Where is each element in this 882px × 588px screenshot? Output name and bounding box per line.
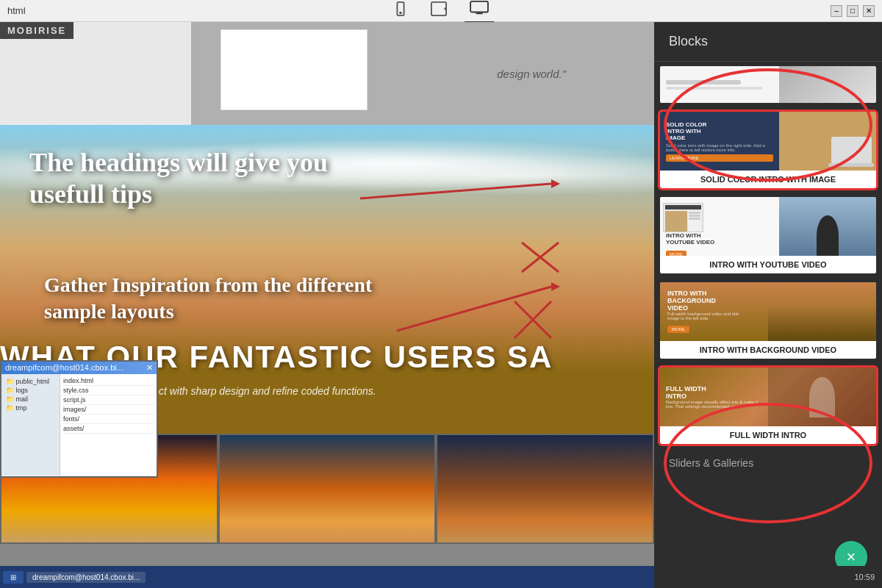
mini-nav [665, 205, 701, 209]
block-card-2[interactable]: INTRO WITHYOUTUBE VIDEO MORE INTRO WITH … [660, 197, 876, 273]
card-2-label: INTRO WITH YOUTUBE VIDEO [660, 256, 876, 273]
sliders-section-header: Sliders & Galleries [654, 448, 882, 473]
card-3-landscape [768, 306, 876, 341]
card-3-sub: Full-width background video and titleima… [667, 312, 739, 320]
thumb-2 [220, 435, 435, 542]
svg-rect-4 [470, 1, 488, 12]
fm-close[interactable]: ✕ [146, 363, 153, 373]
card-2-title: INTRO WITHYOUTUBE VIDEO [666, 232, 773, 245]
card-4-title: FULL WIDTHINTRO [666, 385, 762, 400]
block-card-3[interactable]: INTRO WITHBACKGROUNDVIDEO Full-width bac… [660, 282, 876, 359]
card-1-label: SOLID COLOR INTRO WITH IMAGE [660, 171, 876, 188]
fm-sidebar-item[interactable]: 📁 mail [4, 395, 57, 404]
taskbar-app-item[interactable]: dreampifcom@host014.cbox.bi... [26, 572, 146, 583]
card-3-label: INTRO WITH BACKGROUND VIDEO [660, 341, 876, 359]
blocks-panel: Blocks SOLID COLORINTRO WITHIMAGE Solid … [654, 22, 882, 588]
heading-1: The headings will give you usefull tips [29, 147, 397, 210]
canvas-area: MOBIRISE design world." The headings wil… [0, 22, 654, 588]
svg-line-14 [514, 301, 551, 338]
taskbar-right: 10:59 [654, 566, 882, 588]
svg-line-13 [514, 301, 551, 338]
card-1-text: Solid color intro with image on the righ… [666, 143, 773, 152]
mobile-view-button[interactable] [388, 0, 413, 22]
mini-line [689, 212, 700, 214]
card-1-laptop-base [828, 163, 874, 167]
mini-line [689, 218, 700, 220]
card-0-right [779, 66, 876, 103]
canvas-top-strip: MOBIRISE design world." [0, 22, 654, 125]
card-4-preview: FULL WIDTHINTRO Background image visuall… [660, 368, 876, 426]
card-1-laptop [831, 137, 872, 165]
brand-label: MOBIRISE [0, 22, 74, 39]
start-button[interactable]: ⊞ [3, 571, 24, 584]
fm-body: 📁 public_html 📁 logs 📁 mail 📁 tmp index.… [1, 374, 157, 476]
panel-title: Blocks [654, 22, 882, 62]
card-0-left [660, 66, 779, 103]
mini-right [688, 211, 701, 232]
maximize-button[interactable]: □ [847, 5, 858, 17]
tablet-view-button[interactable] [425, 0, 453, 22]
fm-sidebar-item[interactable]: 📁 logs [4, 386, 57, 395]
mini-left [665, 211, 687, 232]
device-switcher [388, 0, 494, 23]
card-2-bg [779, 197, 876, 256]
fm-file-row[interactable]: script.js [62, 395, 154, 405]
svg-point-1 [400, 12, 401, 14]
fm-file-row[interactable]: assets/ [62, 424, 154, 434]
card-3-btn: MORE [667, 326, 689, 333]
card-4-right [768, 368, 876, 426]
fm-sidebar: 📁 public_html 📁 logs 📁 mail 📁 tmp [1, 374, 60, 476]
card-4-sub: Background image visually affect site & … [666, 400, 762, 409]
card-1-right [779, 112, 876, 171]
mini-content [665, 211, 701, 232]
card-2-btn: MORE [666, 251, 686, 256]
minimize-button[interactable]: – [831, 5, 842, 17]
file-manager-window: dreampifcom@host014.cbox.bi... ✕ 📁 publi… [0, 360, 158, 478]
desktop-view-button[interactable] [465, 0, 494, 23]
svg-rect-2 [431, 2, 446, 15]
taskbar: ⊞ dreampifcom@host014.cbox.bi... [0, 566, 654, 588]
main-area: MOBIRISE design world." The headings wil… [0, 22, 882, 588]
title-filename: html [7, 5, 26, 16]
fm-sidebar-item[interactable]: 📁 public_html [4, 377, 57, 386]
card-1-preview: SOLID COLORINTRO WITHIMAGE Solid color i… [660, 112, 876, 171]
fm-file-row[interactable]: fonts/ [62, 415, 154, 424]
card-1-btn: LEARN MORE [666, 154, 773, 162]
fm-main-panel: index.html style.css script.js images/ f… [60, 374, 157, 476]
svg-marker-10 [551, 282, 560, 291]
thumb-3 [437, 435, 653, 542]
svg-line-9 [397, 287, 551, 331]
card-2-mini-screen [663, 203, 703, 232]
card-3-preview: INTRO WITHBACKGROUNDVIDEO Full-width bac… [660, 282, 876, 341]
card-4-label: FULL WIDTH INTRO [660, 426, 876, 444]
heading-2: Gather Inspiration from the different sa… [44, 272, 412, 326]
fm-title-text: dreampifcom@host014.cbox.bi... [5, 363, 123, 373]
card-1-title: SOLID COLORINTRO WITHIMAGE [666, 121, 773, 141]
title-bar: html – □ ✕ [0, 0, 882, 22]
taskbar-app-label: dreampifcom@host014.cbox.bi... [32, 573, 140, 581]
card-0-line1 [666, 80, 741, 85]
card-0-image [779, 66, 876, 103]
fm-file-row[interactable]: images/ [62, 405, 154, 415]
fm-file-row[interactable]: index.html [62, 376, 154, 386]
card-2-preview: INTRO WITHYOUTUBE VIDEO MORE [660, 197, 876, 256]
taskbar-clock: 10:59 [854, 573, 875, 581]
card-2-person-shape [817, 215, 839, 256]
card-4-left: FULL WIDTHINTRO Background image visuall… [660, 368, 768, 426]
block-card-4[interactable]: FULL WIDTHINTRO Background image visuall… [660, 368, 876, 444]
card-4-person [809, 377, 835, 417]
card-0-line2 [666, 87, 762, 90]
card-1-left: SOLID COLORINTRO WITHIMAGE Solid color i… [660, 112, 779, 171]
fm-sidebar-item[interactable]: 📁 tmp [4, 404, 57, 412]
close-button[interactable]: ✕ [863, 5, 875, 17]
window-controls: – □ ✕ [831, 5, 875, 17]
white-box [220, 29, 368, 110]
block-card-1[interactable]: SOLID COLORINTRO WITHIMAGE Solid color i… [660, 112, 876, 188]
card-2-left: INTRO WITHYOUTUBE VIDEO MORE [660, 197, 779, 256]
svg-line-12 [522, 243, 559, 272]
fm-title-bar: dreampifcom@host014.cbox.bi... ✕ [1, 362, 157, 374]
card-3-title: INTRO WITHBACKGROUNDVIDEO [667, 290, 739, 312]
fm-file-row[interactable]: style.css [62, 386, 154, 395]
svg-point-3 [445, 8, 446, 10]
block-card-0[interactable] [660, 66, 876, 103]
